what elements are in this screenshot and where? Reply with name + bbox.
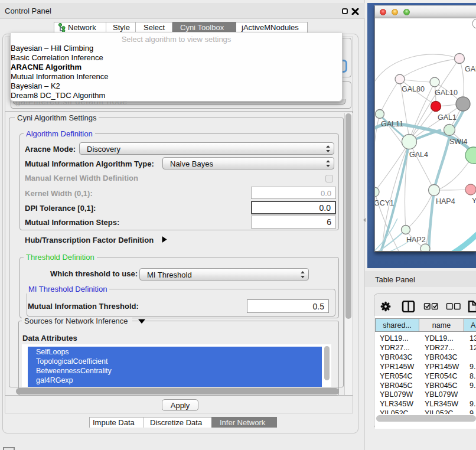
svg-text:GAL10: GAL10 <box>435 89 458 97</box>
svg-text:GAL80: GAL80 <box>402 85 425 93</box>
svg-text:HAP4: HAP4 <box>436 197 455 206</box>
svg-text:GAL: GAL <box>465 65 476 73</box>
svg-text:GAL1: GAL1 <box>438 113 457 122</box>
svg-text:GCY1: GCY1 <box>375 199 394 207</box>
svg-text:GAL4: GAL4 <box>409 151 428 159</box>
svg-text:Y: Y <box>472 197 476 205</box>
svg-text:GAL11: GAL11 <box>381 120 403 128</box>
svg-text:HAP2: HAP2 <box>406 236 426 244</box>
svg-text:SWI4: SWI4 <box>449 138 468 146</box>
